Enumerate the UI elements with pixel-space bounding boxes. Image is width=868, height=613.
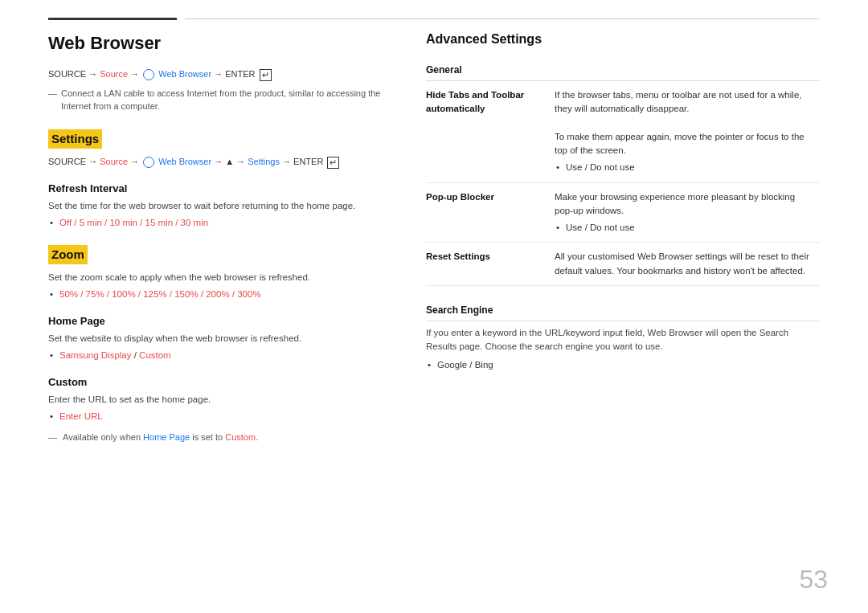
zoom-highlight: Zoom — [48, 245, 88, 265]
advanced-settings-title: Advanced Settings — [426, 30, 820, 49]
refresh-interval-desc: Set the time for the web browser to wait… — [48, 199, 394, 213]
reset-settings-label: Reset Settings — [426, 243, 555, 286]
homepage-custom: Custom — [139, 350, 171, 360]
popup-blocker-options: Use / Do not use — [555, 221, 815, 235]
zoom-values: 50% / 75% / 100% / 125% / 150% / 200% / … — [59, 289, 261, 299]
popup-blocker-desc: Make your browsing experience more pleas… — [555, 182, 820, 243]
enter-url: Enter URL — [59, 411, 103, 421]
hide-tabs-main-desc: If the browser tabs, menu or toolbar are… — [555, 90, 801, 113]
top-bar-line-left — [48, 18, 177, 20]
general-settings-table: Hide Tabs and Toolbar automatically If t… — [426, 81, 820, 286]
homepage-options: Samsung Display / Custom — [48, 349, 394, 362]
search-engine-values: Google / Bing — [437, 358, 820, 372]
settings-highlight-wrapper: Settings — [48, 121, 394, 156]
breadcrumb-settings: SOURCE → Source → Web Browser → ▲ → Sett… — [48, 155, 394, 170]
webbrowser-link: Web Browser — [158, 69, 211, 79]
enter-icon: ↵ — [260, 69, 272, 81]
homepage-title: Home Page — [48, 313, 394, 329]
page-number: 53 — [799, 560, 828, 599]
custom-options: Enter URL — [48, 410, 394, 423]
left-column: Web Browser SOURCE → Source → Web Browse… — [48, 30, 394, 443]
homepage-samsung: Samsung Display — [59, 350, 131, 360]
popup-blocker-option-value: Use / Do not use — [566, 221, 815, 235]
table-row: Reset Settings All your customised Web B… — [426, 243, 820, 286]
search-engine-label: Search Engine — [426, 299, 820, 321]
hide-tabs-option-value: Use / Do not use — [566, 161, 815, 174]
table-row: Hide Tabs and Toolbar automatically If t… — [426, 81, 820, 182]
custom-title: Custom — [48, 374, 394, 390]
source-link2: Source — [100, 157, 128, 166]
zoom-desc: Set the zoom scale to apply when the web… — [48, 271, 394, 284]
search-engine-desc: If you enter a keyword in the URL/keywor… — [426, 326, 820, 354]
homepage-note-link: Home Page — [143, 432, 190, 442]
zoom-highlight-wrapper: Zoom — [48, 237, 394, 272]
general-label: General — [426, 59, 820, 81]
zoom-options: 50% / 75% / 100% / 125% / 150% / 200% / … — [48, 288, 394, 301]
reset-settings-desc: All your customised Web Browser settings… — [555, 243, 820, 286]
homepage-desc: Set the website to display when the web … — [48, 332, 394, 345]
hide-tabs-desc: If the browser tabs, menu or toolbar are… — [555, 81, 820, 182]
top-bar-line-right — [185, 18, 820, 19]
source-link: Source — [100, 69, 128, 79]
settings-link: Settings — [248, 157, 280, 166]
hide-tabs-options: Use / Do not use — [555, 161, 815, 174]
hide-tabs-extra-desc: To make them appear again, move the poin… — [555, 132, 805, 155]
page-layout: Web Browser SOURCE → Source → Web Browse… — [0, 30, 868, 443]
refresh-interval-options: Off / 5 min / 10 min / 15 min / 30 min — [48, 216, 394, 230]
intro-desc: Connect a LAN cable to access Internet f… — [48, 87, 394, 113]
custom-note: Available only when Home Page is set to … — [48, 431, 394, 444]
search-engine-options: Google / Bing — [426, 358, 820, 372]
refresh-interval-title: Refresh Interval — [48, 181, 394, 197]
webbrowser-link2: Web Browser — [158, 157, 211, 166]
page-title: Web Browser — [48, 30, 394, 56]
right-column: Advanced Settings General Hide Tabs and … — [426, 30, 820, 443]
table-row: Pop-up Blocker Make your browsing experi… — [426, 182, 820, 243]
settings-highlight: Settings — [48, 129, 102, 149]
refresh-interval-values: Off / 5 min / 10 min / 15 min / 30 min — [59, 218, 208, 227]
breadcrumb-webbrowser: SOURCE → Source → Web Browser → ENTER ↵ — [48, 67, 394, 82]
popup-blocker-main-desc: Make your browsing experience more pleas… — [555, 192, 795, 215]
globe-icon2 — [143, 157, 154, 168]
globe-icon — [143, 69, 154, 80]
popup-blocker-label: Pop-up Blocker — [426, 182, 555, 243]
hide-tabs-label: Hide Tabs and Toolbar automatically — [426, 81, 555, 182]
custom-desc: Enter the URL to set as the home page. — [48, 393, 394, 407]
custom-note-value: Custom — [225, 432, 256, 442]
top-bar — [0, 0, 868, 20]
enter-icon2: ↵ — [327, 157, 339, 169]
